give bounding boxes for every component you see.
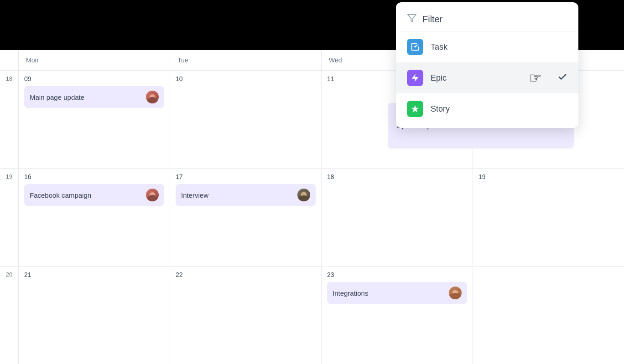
day-number-16: 16 [24,173,164,180]
cursor-hand-icon: ☞ [529,69,542,87]
day-number-10: 10 [176,75,316,82]
day-cell-21: 21 [18,267,170,364]
filter-icon [407,13,417,26]
week-num-header-cell [0,50,18,70]
day-number-19: 19 [478,173,619,180]
day-header-tue: Tue [170,50,321,70]
filter-item-task[interactable]: Task [396,31,578,62]
avatar-facebook-campaign [146,189,159,201]
task-label-facebook-campaign: Facebook campaign [30,191,91,199]
day-cell-17: 17 Interview [170,169,321,266]
day-cell-19: 19 [473,169,624,266]
day-number-09: 09 [24,75,164,82]
day-cell-10: 10 [170,71,321,168]
filter-header: Filter [396,6,578,31]
day-number-22: 22 [176,271,316,278]
task-icon-bg [407,39,423,55]
day-cell-16: 16 Facebook campaign [18,169,170,266]
filter-item-story[interactable]: Story [396,93,578,124]
filter-title: Filter [422,14,442,25]
filter-dropdown: Filter Task Epic ☞ [396,2,578,128]
filter-task-label: Task [431,42,447,52]
avatar-integrations [449,287,462,299]
epic-icon-bg [407,70,423,86]
day-cell-partial-row3 [473,267,624,364]
day-cell-09: 09 Main page update [18,71,170,168]
day-cell-23: 23 Integrations [321,267,473,364]
task-label-integrations: Integrations [333,289,368,297]
day-number-21: 21 [24,271,164,278]
avatar-main-page-update [146,91,159,103]
task-label-interview: Interview [181,191,208,199]
task-card-integrations[interactable]: Integrations [327,282,467,304]
story-icon-bg [407,101,423,117]
day-number-17: 17 [176,173,316,180]
svg-marker-0 [408,15,416,22]
calendar-row-20: 20 21 22 23 Integrations [0,267,624,364]
day-cell-18: 18 [321,169,473,266]
week-num-19: 19 [0,169,18,266]
day-number-18: 18 [327,173,467,180]
task-card-facebook-campaign[interactable]: Facebook campaign [24,184,164,206]
filter-item-epic[interactable]: Epic ☞ [396,62,578,93]
filter-epic-label: Epic [431,73,447,83]
calendar-row-19: 19 16 Facebook campaign 17 Interview 18 [0,169,624,267]
task-card-interview[interactable]: Interview [176,184,316,206]
day-number-23: 23 [327,271,467,278]
avatar-interview [297,189,310,201]
task-label-main-page-update: Main page update [30,93,84,101]
week-num-18: 18 [0,71,18,168]
check-icon [557,72,567,84]
day-cell-22: 22 [170,267,321,364]
task-card-main-page-update[interactable]: Main page update [24,86,164,108]
day-header-mon: Mon [18,50,170,70]
filter-story-label: Story [431,104,450,114]
week-num-20: 20 [0,267,18,364]
